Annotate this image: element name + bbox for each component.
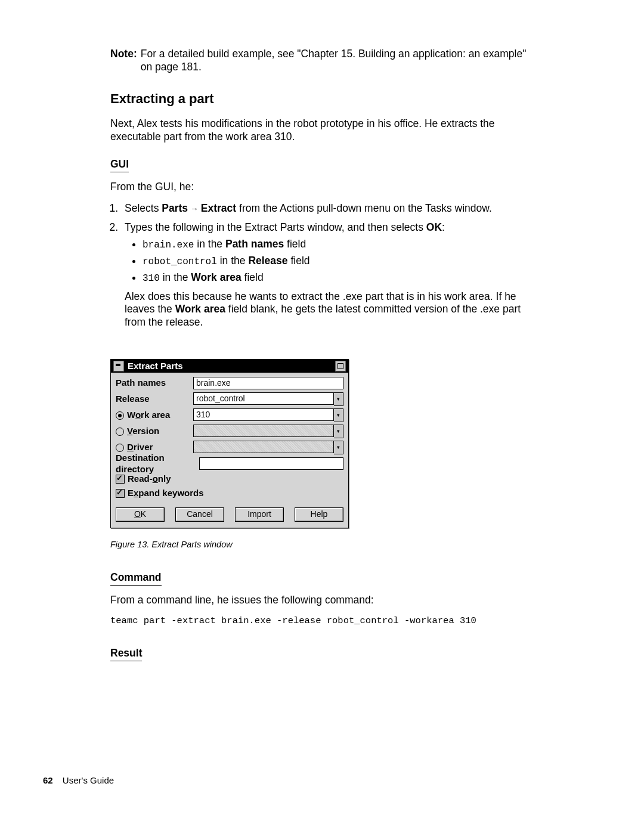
input-destination[interactable] (199, 457, 343, 470)
radio-work-area[interactable] (116, 411, 124, 420)
dropdown-driver-icon: ▾ (334, 441, 343, 454)
section-heading: Extracting a part (110, 91, 540, 107)
label-path-names: Path names (116, 377, 193, 389)
input-driver (193, 441, 334, 453)
dropdown-release-icon[interactable]: ▾ (334, 392, 343, 406)
bullet-release: robot_control in the Release field (143, 255, 540, 268)
help-button[interactable]: Help (295, 507, 343, 522)
bullet-path-names: brain.exe in the Path names field (143, 238, 540, 251)
checkbox-read-only-row[interactable]: Read-only (116, 472, 343, 486)
label-destination: Destination directory (116, 453, 199, 475)
checkbox-read-only[interactable] (116, 475, 125, 484)
window-control-icon[interactable] (335, 361, 346, 371)
explanation-paragraph: Alex does this because he wants to extra… (125, 290, 540, 330)
note-label: Note: (110, 48, 141, 74)
label-version: Version (116, 426, 193, 437)
command-code: teamc part -extract brain.exe -release r… (110, 615, 540, 627)
radio-driver[interactable] (116, 444, 124, 452)
page-number: 62 (43, 775, 53, 785)
ok-button[interactable]: OK (116, 507, 165, 522)
dropdown-version-icon: ▾ (334, 425, 343, 438)
figure-caption: Figure 13. Extract Parts window (110, 539, 540, 550)
note-text: For a detailed build example, see "Chapt… (141, 48, 540, 74)
label-work-area: Work area (116, 410, 193, 421)
dropdown-work-area-icon[interactable]: ▾ (334, 408, 343, 422)
gui-subheading: GUI (110, 158, 129, 172)
gui-lead: From the GUI, he: (110, 181, 540, 194)
footer-title: User's Guide (63, 775, 114, 785)
label-release: Release (116, 394, 193, 405)
dialog-titlebar[interactable]: Extract Parts (111, 360, 348, 373)
dialog-title: Extract Parts (128, 361, 183, 372)
input-path-names[interactable]: brain.exe (193, 377, 343, 389)
command-subheading: Command (110, 571, 162, 586)
input-release[interactable]: robot_control (193, 392, 334, 405)
input-work-area[interactable]: 310 (193, 408, 334, 421)
command-lead: From a command line, he issues the follo… (110, 594, 540, 607)
intro-paragraph: Next, Alex tests his modifications in th… (110, 117, 540, 144)
page-footer: 62 User's Guide (43, 775, 114, 786)
checkbox-expand-keywords[interactable] (116, 489, 125, 498)
system-menu-icon[interactable] (113, 361, 124, 371)
label-driver: Driver (116, 442, 193, 453)
radio-version[interactable] (116, 428, 124, 436)
step-1: Selects Parts → Extract from the Actions… (121, 202, 540, 215)
result-subheading: Result (110, 647, 142, 661)
bullet-work-area: 310 in the Work area field (143, 271, 540, 284)
extract-parts-dialog: Extract Parts Path names brain.exe Relea… (110, 359, 349, 528)
input-version (193, 425, 334, 437)
cancel-button[interactable]: Cancel (175, 507, 224, 522)
step-2: Types the following in the Extract Parts… (121, 221, 540, 330)
import-button[interactable]: Import (235, 507, 284, 522)
checkbox-expand-keywords-row[interactable]: Expand keywords (116, 486, 343, 500)
